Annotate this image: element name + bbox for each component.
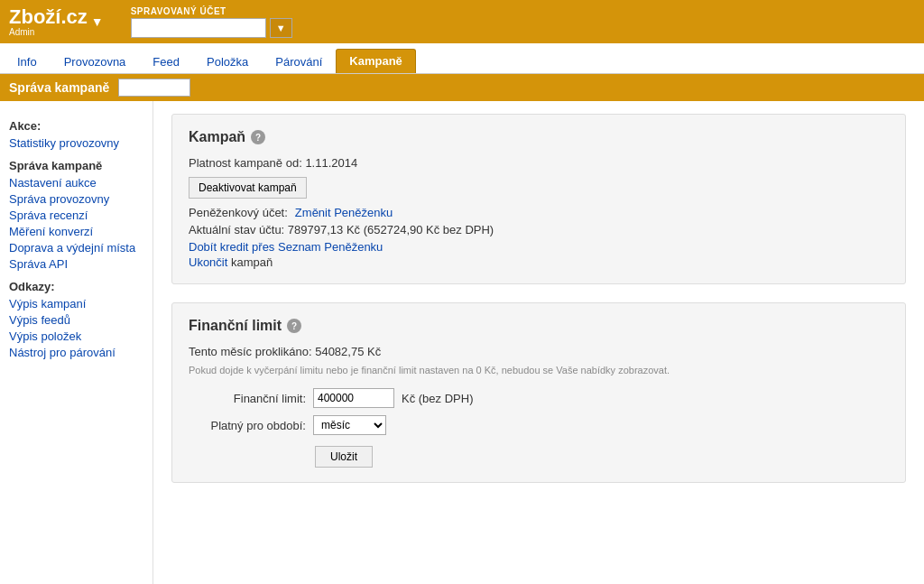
platnost-value: 1.11.2014 [305, 156, 357, 170]
sidebar-link-vypis-feedu[interactable]: Výpis feedů [9, 313, 143, 327]
logo-dropdown-icon[interactable]: ▼ [91, 14, 104, 29]
period-row: Platný pro období: měsíc rok bez limitu [189, 415, 889, 435]
fin-unit: Kč (bez DPH) [402, 392, 473, 405]
sidebar-link-sprava-api[interactable]: Správa API [9, 257, 143, 271]
aktualni-stav: Aktuální stav účtu: 789797,13 Kč (652724… [189, 223, 889, 236]
section-header-input[interactable] [118, 79, 190, 97]
platnost-line: Platnost kampaně od: 1.11.2014 [189, 156, 889, 170]
sidebar-link-sprava-recenzi[interactable]: Správa recenzí [9, 209, 143, 222]
sidebar-link-statistiky[interactable]: Statistiky provozovny [9, 136, 143, 150]
logo-area: Zboží.cz Admin ▼ [9, 7, 104, 37]
ukoncit-link[interactable]: Ukončit [189, 255, 227, 269]
sidebar-sprava-title: Správa kampaně [9, 159, 143, 172]
tento-mesic: Tento měsíc proklikáno: 54082,75 Kč [189, 345, 889, 358]
kampan-card: Kampaň ? Platnost kampaně od: 1.11.2014 … [171, 114, 906, 284]
main-content: Kampaň ? Platnost kampaně od: 1.11.2014 … [153, 101, 924, 584]
sidebar-odkazy-title: Odkazy: [9, 280, 143, 293]
sidebar-link-vypis-kampani[interactable]: Výpis kampaní [9, 297, 143, 311]
tab-parovani[interactable]: Párování [262, 50, 336, 73]
spravovany-input-wrap: ▼ [131, 18, 292, 38]
fin-limit-row: Finanční limit: Kč (bez DPH) [189, 388, 889, 408]
top-header: Zboží.cz Admin ▼ SPRAVOVANÝ ÚČET ▼ [0, 0, 924, 43]
logo-wrapper: Zboží.cz Admin [9, 7, 88, 37]
spravovany-input[interactable] [131, 18, 266, 38]
sidebar-link-mereni-konverzi[interactable]: Měření konverzí [9, 225, 143, 238]
penezenkovy-label: Peněženkový účet: [189, 206, 288, 219]
logo-text: Zboží.cz [9, 7, 88, 27]
tab-provozovna[interactable]: Provozovna [51, 50, 140, 73]
zmenit-penezenku-link[interactable]: Změnit Peněženku [295, 206, 393, 219]
dobit-kredit-link[interactable]: Dobít kredit přes Seznam Peněženku [189, 240, 889, 254]
financni-title: Finanční limit ? [189, 318, 889, 334]
tab-feed[interactable]: Feed [139, 50, 193, 73]
platnost-label: Platnost kampaně od: [189, 156, 302, 170]
tab-kampane[interactable]: Kampaně [336, 49, 416, 73]
spravovany-ucet-section: SPRAVOVANÝ ÚČET ▼ [131, 6, 292, 38]
kampan-help-icon[interactable]: ? [251, 130, 265, 144]
sidebar: Akce: Statistiky provozovny Správa kampa… [0, 101, 153, 584]
section-header-title: Správa kampaně [9, 80, 109, 95]
warning-text: Pokud dojde k vyčerpání limitu nebo je f… [189, 364, 889, 377]
financni-card: Finanční limit ? Tento měsíc proklikáno:… [171, 302, 906, 483]
kampan-title: Kampaň ? [189, 129, 889, 145]
tab-polozka[interactable]: Položka [193, 50, 262, 73]
sidebar-link-sprava-provozovny[interactable]: Správa provozovny [9, 192, 143, 206]
period-label: Platný pro období: [189, 419, 306, 432]
admin-label: Admin [9, 27, 34, 37]
nav-tabs: Info Provozovna Feed Položka Párování Ka… [0, 43, 924, 74]
sidebar-akce-title: Akce: [9, 119, 143, 133]
section-header: Správa kampaně [0, 74, 924, 101]
sidebar-link-doprava[interactable]: Doprava a výdejní místa [9, 241, 143, 255]
deaktivovat-button[interactable]: Deaktivovat kampaň [189, 177, 307, 199]
ulozit-button[interactable]: Uložit [315, 446, 373, 468]
sidebar-link-vypis-polozek[interactable]: Výpis položek [9, 329, 143, 343]
tab-info[interactable]: Info [4, 50, 51, 73]
spravovany-dropdown-btn[interactable]: ▼ [270, 18, 292, 38]
ukoncit-text: kampaň [227, 255, 273, 269]
main-layout: Akce: Statistiky provozovny Správa kampa… [0, 101, 924, 584]
fin-label: Finanční limit: [189, 392, 306, 405]
sidebar-link-nastroj-parovani[interactable]: Nástroj pro párování [9, 346, 143, 359]
fin-input[interactable] [313, 388, 394, 408]
ukoncit-line: Ukončit kampaň [189, 255, 889, 269]
financni-help-icon[interactable]: ? [287, 319, 301, 333]
spravovany-label: SPRAVOVANÝ ÚČET [131, 6, 292, 16]
period-select[interactable]: měsíc rok bez limitu [313, 415, 386, 435]
penezenkovy-row: Peněženkový účet: Změnit Peněženku [189, 206, 889, 219]
sidebar-link-nastaveni-aukce[interactable]: Nastavení aukce [9, 176, 143, 190]
